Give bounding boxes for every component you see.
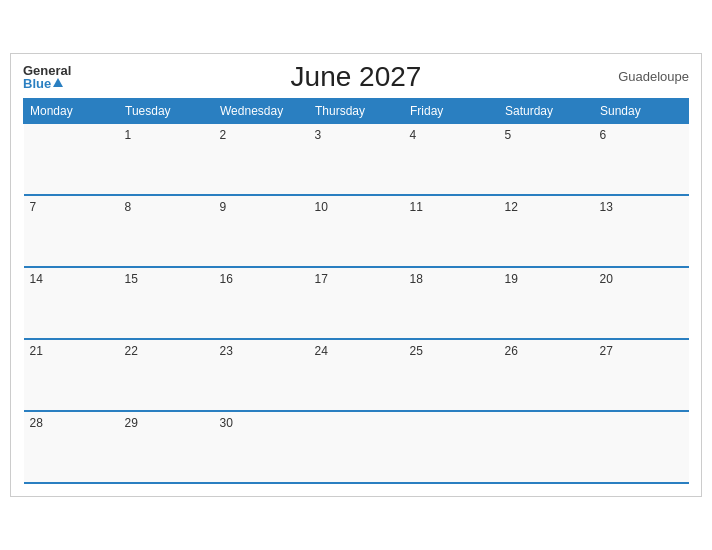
day-number: 14 xyxy=(30,272,43,286)
day-number: 28 xyxy=(30,416,43,430)
day-number: 27 xyxy=(600,344,613,358)
calendar-day-cell: 22 xyxy=(119,339,214,411)
calendar-day-cell: 1 xyxy=(119,123,214,195)
day-number: 24 xyxy=(315,344,328,358)
calendar-day-cell xyxy=(24,123,119,195)
calendar-day-cell: 19 xyxy=(499,267,594,339)
calendar-day-cell: 11 xyxy=(404,195,499,267)
calendar-region: Guadeloupe xyxy=(618,69,689,84)
day-number: 13 xyxy=(600,200,613,214)
calendar-day-cell: 20 xyxy=(594,267,689,339)
calendar-day-cell: 26 xyxy=(499,339,594,411)
calendar-day-cell: 9 xyxy=(214,195,309,267)
weekday-header-sunday: Sunday xyxy=(594,98,689,123)
calendar-day-cell xyxy=(309,411,404,483)
day-number: 2 xyxy=(220,128,227,142)
day-number: 6 xyxy=(600,128,607,142)
calendar-day-cell: 2 xyxy=(214,123,309,195)
day-number: 16 xyxy=(220,272,233,286)
calendar-day-cell: 17 xyxy=(309,267,404,339)
day-number: 15 xyxy=(125,272,138,286)
calendar-header: General Blue June 2027 Guadeloupe xyxy=(23,64,689,90)
calendar-day-cell: 12 xyxy=(499,195,594,267)
calendar-week-row: 78910111213 xyxy=(24,195,689,267)
calendar-day-cell: 7 xyxy=(24,195,119,267)
calendar-day-cell: 18 xyxy=(404,267,499,339)
calendar-day-cell xyxy=(594,411,689,483)
calendar-week-row: 21222324252627 xyxy=(24,339,689,411)
day-number: 5 xyxy=(505,128,512,142)
weekday-header-thursday: Thursday xyxy=(309,98,404,123)
calendar-day-cell: 28 xyxy=(24,411,119,483)
calendar-day-cell: 4 xyxy=(404,123,499,195)
weekday-header-tuesday: Tuesday xyxy=(119,98,214,123)
weekday-header-row: MondayTuesdayWednesdayThursdayFridaySatu… xyxy=(24,98,689,123)
day-number: 7 xyxy=(30,200,37,214)
weekday-header-saturday: Saturday xyxy=(499,98,594,123)
day-number: 23 xyxy=(220,344,233,358)
day-number: 17 xyxy=(315,272,328,286)
day-number: 21 xyxy=(30,344,43,358)
day-number: 19 xyxy=(505,272,518,286)
calendar-day-cell: 15 xyxy=(119,267,214,339)
calendar-day-cell: 24 xyxy=(309,339,404,411)
calendar-day-cell: 5 xyxy=(499,123,594,195)
day-number: 1 xyxy=(125,128,132,142)
logo: General Blue xyxy=(23,64,71,90)
calendar-day-cell: 8 xyxy=(119,195,214,267)
day-number: 29 xyxy=(125,416,138,430)
calendar-container: General Blue June 2027 Guadeloupe Monday… xyxy=(10,53,702,498)
weekday-header-monday: Monday xyxy=(24,98,119,123)
day-number: 9 xyxy=(220,200,227,214)
day-number: 4 xyxy=(410,128,417,142)
logo-triangle-icon xyxy=(53,78,63,87)
day-number: 8 xyxy=(125,200,132,214)
calendar-day-cell: 25 xyxy=(404,339,499,411)
weekday-header-wednesday: Wednesday xyxy=(214,98,309,123)
calendar-day-cell: 30 xyxy=(214,411,309,483)
day-number: 25 xyxy=(410,344,423,358)
calendar-week-row: 123456 xyxy=(24,123,689,195)
day-number: 12 xyxy=(505,200,518,214)
calendar-day-cell: 14 xyxy=(24,267,119,339)
logo-blue-text: Blue xyxy=(23,77,71,90)
day-number: 26 xyxy=(505,344,518,358)
day-number: 10 xyxy=(315,200,328,214)
calendar-day-cell: 27 xyxy=(594,339,689,411)
calendar-day-cell: 21 xyxy=(24,339,119,411)
calendar-day-cell: 6 xyxy=(594,123,689,195)
calendar-day-cell: 3 xyxy=(309,123,404,195)
logo-general-text: General xyxy=(23,64,71,77)
weekday-header-friday: Friday xyxy=(404,98,499,123)
calendar-day-cell xyxy=(404,411,499,483)
calendar-day-cell: 13 xyxy=(594,195,689,267)
calendar-day-cell: 23 xyxy=(214,339,309,411)
day-number: 22 xyxy=(125,344,138,358)
day-number: 3 xyxy=(315,128,322,142)
day-number: 11 xyxy=(410,200,423,214)
calendar-week-row: 282930 xyxy=(24,411,689,483)
day-number: 20 xyxy=(600,272,613,286)
day-number: 18 xyxy=(410,272,423,286)
calendar-day-cell: 10 xyxy=(309,195,404,267)
calendar-day-cell: 29 xyxy=(119,411,214,483)
calendar-week-row: 14151617181920 xyxy=(24,267,689,339)
day-number: 30 xyxy=(220,416,233,430)
calendar-title: June 2027 xyxy=(291,61,422,93)
calendar-day-cell xyxy=(499,411,594,483)
calendar-grid: MondayTuesdayWednesdayThursdayFridaySatu… xyxy=(23,98,689,485)
calendar-day-cell: 16 xyxy=(214,267,309,339)
